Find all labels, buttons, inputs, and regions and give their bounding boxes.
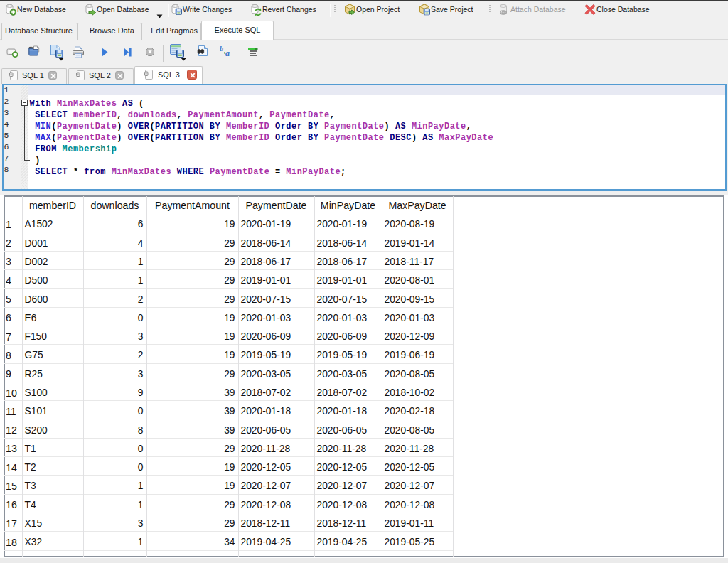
svg-text:a: a bbox=[225, 48, 230, 58]
svg-text:b: b bbox=[220, 45, 223, 53]
